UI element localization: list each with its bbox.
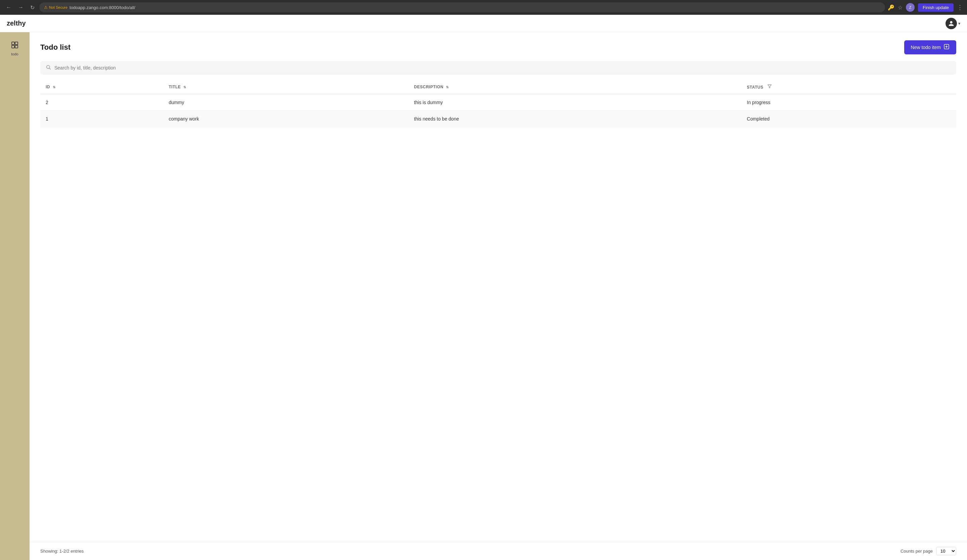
svg-rect-1 [15,42,18,44]
reload-button[interactable]: ↻ [28,3,36,12]
avatar-letter: Z [909,5,912,10]
table-row[interactable]: 1 company work this needs to be done Com… [40,111,956,127]
new-todo-label: New todo item [911,44,941,50]
title-sort-icon: ⇅ [183,85,186,89]
user-avatar [946,18,957,29]
col-status[interactable]: STATUS [741,80,956,94]
search-input[interactable] [54,65,951,71]
search-bar [40,61,956,74]
cell-id: 2 [40,94,163,111]
sidebar: todo [0,32,30,560]
page-title: Todo list [40,43,71,52]
svg-point-7 [47,66,50,69]
app-body: todo Todo list New todo item [0,32,967,560]
finish-update-button[interactable]: Finish update [918,3,954,12]
browser-chrome: ← → ↻ ⚠ Not Secure todoapp.zango.com:800… [0,0,967,15]
sidebar-item-todo[interactable]: todo [3,38,27,59]
user-menu-button[interactable]: ▾ [946,18,960,29]
user-chevron-icon: ▾ [958,21,960,26]
description-sort-icon: ⇅ [446,85,449,89]
svg-rect-3 [15,45,18,48]
col-id[interactable]: ID ⇅ [40,80,163,94]
cell-title: dummy [163,94,409,111]
browser-avatar[interactable]: Z [906,3,915,12]
password-icon[interactable]: 🔑 [888,4,894,11]
col-description-label: DESCRIPTION [414,85,444,89]
svg-line-8 [50,68,51,69]
forward-button[interactable]: → [16,3,25,12]
table-header: ID ⇅ TITLE ⇅ DESCRIPTION ⇅ STATUS [40,80,956,94]
todo-icon [11,41,19,51]
col-id-label: ID [46,85,50,89]
counts-per-page: Counts per page 10 25 50 100 [901,547,956,555]
browser-actions: 🔑 ☆ Z Finish update ⋮ [888,3,963,12]
col-description[interactable]: DESCRIPTION ⇅ [409,80,741,94]
counts-per-page-select[interactable]: 10 25 50 100 [936,547,956,555]
main-content: Todo list New todo item [30,32,967,560]
address-text: todoapp.zango.com:8000/todo/all/ [69,5,135,10]
bookmark-icon[interactable]: ☆ [898,4,903,11]
plus-box-icon [944,44,949,51]
cell-status: In progress [741,94,956,111]
svg-rect-0 [12,42,15,44]
search-icon [46,64,51,71]
svg-marker-9 [768,85,772,87]
main-header: Todo list New todo item [30,32,967,61]
id-sort-icon: ⇅ [53,85,56,89]
cell-title: company work [163,111,409,127]
cell-description: this is dummy [409,94,741,111]
app-logo: zelthy [7,20,26,27]
col-status-label: STATUS [747,85,763,90]
finish-update-label: Finish update [922,5,949,10]
table-footer: Showing: 1-2/2 entries Counts per page 1… [30,542,967,560]
sidebar-item-label: todo [11,52,18,56]
address-bar[interactable]: ⚠ Not Secure todoapp.zango.com:8000/todo… [39,2,885,12]
cell-status: Completed [741,111,956,127]
table-body: 2 dummy this is dummy In progress 1 comp… [40,94,956,127]
new-todo-button[interactable]: New todo item [904,40,956,54]
status-filter-icon[interactable] [767,84,772,90]
back-button[interactable]: ← [4,3,13,12]
col-title-label: TITLE [169,85,181,89]
table-row[interactable]: 2 dummy this is dummy In progress [40,94,956,111]
cell-description: this needs to be done [409,111,741,127]
todo-table: ID ⇅ TITLE ⇅ DESCRIPTION ⇅ STATUS [40,80,956,127]
browser-menu-icon[interactable]: ⋮ [957,4,963,11]
not-secure-badge: ⚠ Not Secure [44,5,68,10]
svg-rect-2 [12,45,15,48]
showing-entries: Showing: 1-2/2 entries [40,548,84,553]
col-title[interactable]: TITLE ⇅ [163,80,409,94]
table-container: ID ⇅ TITLE ⇅ DESCRIPTION ⇅ STATUS [40,80,956,542]
app-header: zelthy ▾ [0,15,967,32]
cell-id: 1 [40,111,163,127]
warning-icon: ⚠ [44,5,48,10]
not-secure-label: Not Secure [49,5,68,10]
counts-per-page-label: Counts per page [901,548,933,553]
